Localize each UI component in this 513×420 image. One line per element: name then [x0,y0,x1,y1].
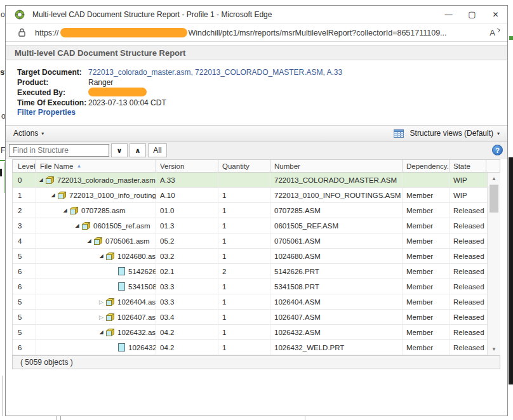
file-name-cell[interactable]: ▷1026404.asm [36,294,156,309]
number-cell: 5341508.PRT [270,279,403,294]
level-cell: 5 [13,249,36,263]
tree-toggle-icon[interactable]: ▷ [98,314,105,320]
window-title: Multi-level CAD Document Structure Repor… [32,10,437,19]
vertical-scrollbar[interactable]: ▲ ▼ [487,173,500,355]
lock-icon[interactable] [18,28,25,37]
table-row[interactable]: 65341508.prt03.315341508.PRTMemberReleas… [13,279,500,294]
table-row[interactable]: 1◢722013_0100_info_routings.asmA.1017220… [13,188,500,203]
state-cell: Released [450,310,486,324]
scroll-up-icon[interactable]: ▲ [488,176,500,181]
title-bar: Multi-level CAD Document Structure Repor… [6,6,507,23]
time-of-execution-value: 2023-07-13 00:04 CDT [88,98,166,107]
file-name-cell[interactable]: ◢1024680.asm [36,249,156,263]
target-document-link[interactable]: 722013_colorado_master.asm, 722013_COLOR… [88,68,342,77]
file-name-cell[interactable]: 5341508.prt [36,279,156,294]
file-name-cell[interactable]: ▷1026407.asm [36,310,156,324]
actions-toolbar: Actions▾ Structure views (Default)▾ [6,125,507,141]
state-cell: Released [450,325,486,339]
find-next-button[interactable]: ∨ [111,143,128,157]
file-name-cell[interactable]: ◢1026432.asm [36,325,156,339]
find-in-structure-input[interactable] [9,144,109,157]
file-name-text: 1024680.asm [117,253,156,260]
tree-toggle-icon[interactable]: ▷ [98,299,105,305]
column-header-level[interactable]: Level [13,160,36,172]
column-header-version[interactable]: Version [156,160,218,172]
number-cell: 1024680.ASM [270,249,403,263]
part-icon [117,282,126,291]
executed-by-redaction [88,88,147,96]
scrollbar-thumb[interactable] [490,185,498,213]
file-name-text: 1026404.asm [117,298,156,306]
table-header: Level File Name ▲ Version Quantity Numbe… [12,159,500,173]
tree-toggle-icon[interactable]: ◢ [50,192,57,198]
state-cell: Released [450,340,486,355]
file-name-text: 5142626.prt [128,268,156,275]
dependency-cell: Member [403,249,450,263]
version-cell: 04.2 [156,340,218,355]
state-cell: Released [450,264,486,279]
read-aloud-icon[interactable]: A [490,28,500,37]
column-header-state[interactable]: State [450,160,486,172]
quantity-cell: 1 [218,218,270,233]
file-name-cell[interactable]: ◢0601505_ref.asm [36,218,156,233]
table-row[interactable]: 4◢0705061.asm05.210705061.ASMMemberRelea… [13,233,500,249]
column-header-quantity[interactable]: Quantity [218,160,270,172]
column-header-file-name[interactable]: File Name ▲ [36,160,156,172]
scroll-down-icon[interactable]: ▼ [488,346,500,352]
window-controls: — ▢ ✕ [437,6,507,23]
time-of-execution-row: Time Of Execution:2023-07-13 00:04 CDT [17,98,166,108]
state-cell: Released [450,218,486,233]
table-row[interactable]: 5◢1026432.asm04.211026432.ASMMemberRelea… [13,325,500,340]
table-row[interactable]: 5◢1024680.asm03.211024680.ASMMemberRelea… [13,249,500,264]
tree-toggle-icon[interactable]: ◢ [74,223,81,228]
table-row[interactable]: 2◢0707285.asm01.010707285.ASMMemberRelea… [13,203,500,218]
structure-views-dropdown[interactable]: Structure views (Default)▾ [393,129,500,138]
background-mark [509,36,513,40]
close-button[interactable]: ✕ [484,6,507,23]
file-name-cell[interactable]: ◢0707285.asm [36,203,156,218]
file-name-cell[interactable]: ◢722013_colorado_master.asm [36,173,156,187]
file-name-cell[interactable]: ◢0705061.asm [36,233,156,248]
table-row[interactable]: 3◢0601505_ref.asm01.310601505_REF.ASMMem… [13,218,500,233]
column-header-number[interactable]: Number [270,160,403,172]
table-row[interactable]: 0◢722013_colorado_master.asmA.33722013_C… [13,173,500,188]
address-bar[interactable]: https://Windchill/ptc1/msr/reports/msrMu… [6,23,507,42]
product-value: Ranger [88,78,113,87]
table-row[interactable]: 5▷1026407.asm03.411026407.ASMMemberRelea… [13,310,500,325]
tree-toggle-icon[interactable]: ◢ [62,207,69,213]
tree-toggle-icon[interactable]: ◢ [86,238,93,244]
actions-dropdown[interactable]: Actions▾ [13,129,44,138]
state-cell: Released [450,203,486,218]
table-row[interactable]: 5▷1026404.asm03.311026404.ASMMemberRelea… [13,294,500,310]
tree-toggle-icon[interactable]: ◢ [98,329,105,335]
file-name-text: 722013_colorado_master.asm [57,176,156,184]
dependency-cell: Member [403,188,450,202]
executed-by-label: Executed By: [17,88,88,98]
target-document-label: Target Document: [17,67,88,77]
tree-toggle-icon[interactable]: ◢ [37,177,44,183]
executed-by-row: Executed By: [17,88,147,98]
maximize-button[interactable]: ▢ [460,6,484,23]
help-icon[interactable]: ? [492,145,503,155]
file-name-cell[interactable]: 5142626.prt [36,264,156,279]
minimize-button[interactable]: — [437,6,460,23]
assembly-icon [81,221,91,230]
file-name-text: 0705061.asm [105,237,150,245]
table-row[interactable]: 61026432_weld.prt04.211026432_WELD.PRTMe… [13,340,500,355]
column-header-filler [486,160,500,172]
version-cell: 02.1 [156,264,218,279]
product-row: Product:Ranger [17,77,113,88]
file-name-cell[interactable]: 1026432_weld.prt [36,340,156,355]
file-name-cell[interactable]: ◢722013_0100_info_routings.asm [36,188,156,202]
file-name-text: 722013_0100_info_routings.asm [69,192,156,199]
quantity-cell [218,173,270,187]
table-row[interactable]: 65142626.prt02.125142626.PRTMemberReleas… [13,264,500,279]
find-all-button[interactable]: All [148,143,167,157]
url-text[interactable]: https://Windchill/ptc1/msr/reports/msrMu… [35,28,447,37]
column-header-dependency[interactable]: Dependency... [403,160,450,172]
filter-properties-link[interactable]: Filter Properties [17,108,76,117]
quantity-cell: 1 [218,310,270,324]
target-document-row: Target Document:722013_colorado_master.a… [17,67,342,77]
find-previous-button[interactable]: ∧ [130,143,146,157]
tree-toggle-icon[interactable]: ◢ [98,253,105,259]
